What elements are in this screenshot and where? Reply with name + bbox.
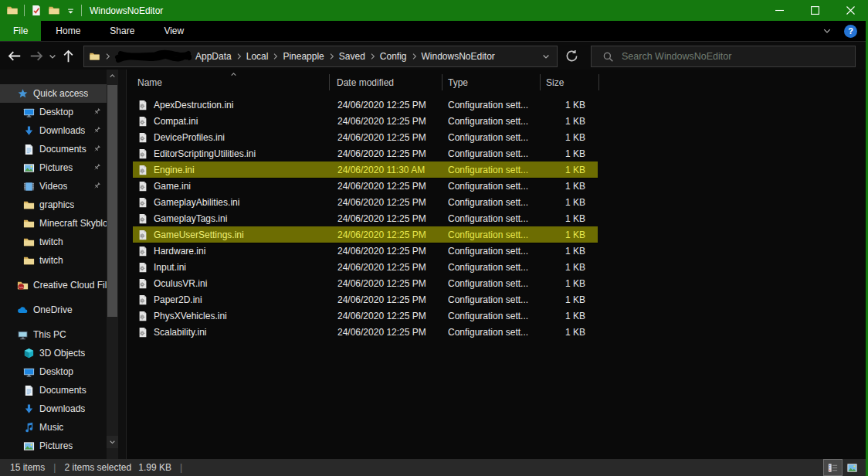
sidebar-item-label: Minecraft Skyblo [39,218,107,229]
quick-access-toolbar [0,0,82,21]
file-row-editorscriptingutilities-ini[interactable]: EditorScriptingUtilities.ini 24/06/2020 … [133,145,598,162]
address-dropdown-chevron-icon[interactable] [537,52,557,61]
sidebar-item-graphics[interactable]: graphics [0,196,107,214]
sidebar-item-desktop[interactable]: Desktop [0,362,107,381]
sidebar-item-pictures[interactable]: Pictures [0,158,107,177]
close-button[interactable] [832,0,868,21]
status-divider: | [180,462,182,473]
sidebar-item-desktop[interactable]: Desktop [0,103,107,121]
scroll-up-icon[interactable] [107,70,118,82]
breadcrumb-item-config[interactable]: Config [378,51,409,62]
file-row-hardware-ini[interactable]: Hardware.ini 24/06/2020 12:25 PM Configu… [133,243,598,259]
forward-button[interactable] [29,49,44,63]
large-icons-view-button[interactable] [843,459,862,476]
sidebar-item-label: Music [39,422,63,433]
tab-share[interactable]: Share [95,21,149,41]
sidebar-item-twitch[interactable]: twitch [0,251,107,270]
file-row-gameplaytags-ini[interactable]: GameplayTags.ini 24/06/2020 12:25 PM Con… [133,210,598,226]
address-bar[interactable]: AppDataLocalPineappleSavedConfigWindowsN… [83,46,558,67]
file-date-modified: 24/06/2020 12:25 PM [330,132,442,143]
tab-view[interactable]: View [149,21,198,41]
scroll-down-icon[interactable] [107,436,118,448]
details-view-button[interactable] [823,459,843,476]
column-header-type[interactable]: Type [442,74,541,90]
column-header-size[interactable]: Size [541,74,599,90]
expand-ribbon-chevron-icon[interactable] [822,26,832,36]
sidebar-item-quick-access[interactable]: Quick access [0,84,107,103]
search-box[interactable] [591,46,856,67]
breadcrumb-item-windowsnoeditor[interactable]: WindowsNoEditor [419,51,497,62]
file-row-engine-ini[interactable]: Engine.ini 24/06/2020 11:30 AM Configura… [133,162,598,178]
breadcrumb-item-saved[interactable]: Saved [337,51,368,62]
sidebar-item-label: Creative Cloud Fil [33,280,107,291]
file-row-deviceprofiles-ini[interactable]: DeviceProfiles.ini 24/06/2020 12:25 PM C… [133,129,598,145]
sidebar-item-music[interactable]: Music [0,418,107,437]
breadcrumb-item-local[interactable]: Local [244,51,271,62]
view-buttons [823,459,868,476]
file-row-compat-ini[interactable]: Compat.ini 24/06/2020 12:25 PM Configura… [133,113,598,129]
ini-file-icon [137,181,148,192]
up-button[interactable] [61,49,76,63]
file-date-modified: 24/06/2020 12:25 PM [330,294,442,305]
sidebar-item-videos[interactable]: Videos [0,177,107,196]
sidebar-item-downloads[interactable]: Downloads [0,400,107,418]
file-row-game-ini[interactable]: Game.ini 24/06/2020 12:25 PM Configurati… [133,178,598,194]
file-row-scalability-ini[interactable]: Scalability.ini 24/06/2020 12:25 PM Conf… [133,324,598,340]
explorer-folder-icon [6,5,19,16]
sidebar-item-3d-objects[interactable]: 3D Objects [0,344,107,362]
documents-icon [23,144,35,155]
file-row-gameusersettings-ini[interactable]: GameUserSettings.ini 24/06/2020 12:25 PM… [133,226,598,243]
file-row-physxvehicles-ini[interactable]: PhysXVehicles.ini 24/06/2020 12:25 PM Co… [133,308,598,324]
file-row-apexdestruction-ini[interactable]: ApexDestruction.ini 24/06/2020 12:25 PM … [133,97,598,113]
file-size: 1 KB [541,100,598,110]
properties-check-icon[interactable] [30,5,42,16]
file-name-cell: GameUserSettings.ini [133,230,330,240]
creative-cloud-icon [17,280,29,291]
sidebar-item-pictures[interactable]: Pictures [0,437,107,455]
recent-locations-chevron-icon[interactable] [48,52,57,61]
sidebar-item-twitch[interactable]: twitch [0,233,107,251]
file-name: EditorScriptingUtilities.ini [154,148,256,159]
file-date-modified: 24/06/2020 12:25 PM [330,327,442,338]
ribbon-right-controls: ? [822,21,868,41]
file-row-oculusvr-ini[interactable]: OculusVR.ini 24/06/2020 12:25 PM Configu… [133,275,598,291]
file-row-input-ini[interactable]: Input.ini 24/06/2020 12:25 PM Configurat… [133,259,598,275]
file-name: Scalability.ini [154,327,206,338]
file-name-cell: EditorScriptingUtilities.ini [133,148,330,159]
search-input[interactable] [620,50,855,63]
ini-file-icon [137,246,148,257]
breadcrumb-item-appdata[interactable]: AppData [193,51,234,62]
new-folder-icon[interactable] [48,5,60,16]
back-button[interactable] [7,49,22,63]
customize-quick-access-icon[interactable] [66,6,76,15]
file-size: 1 KB [541,294,598,305]
sidebar-item-creative-cloud-fil[interactable]: Creative Cloud Fil [0,276,107,294]
status-left: 15 items | 2 items selected 1.99 KB | [0,462,191,473]
file-row-paper2d-ini[interactable]: Paper2D.ini 24/06/2020 12:25 PM Configur… [133,291,598,308]
ini-file-icon [137,294,148,305]
sidebar-item-documents[interactable]: Documents [0,140,107,158]
column-header-date-modified[interactable]: Date modified [330,74,442,90]
sidebar-item-minecraft-skyblo[interactable]: Minecraft Skyblo [0,214,107,233]
minimize-button[interactable] [761,0,797,21]
downloads-icon [23,125,35,137]
file-row-gameplayabilities-ini[interactable]: GameplayAbilities.ini 24/06/2020 12:25 P… [133,194,598,210]
help-button[interactable]: ? [844,25,857,38]
breadcrumb-item-pineapple[interactable]: Pineapple [280,51,326,62]
file-date-modified: 24/06/2020 12:25 PM [330,100,442,110]
sidebar-item-documents[interactable]: Documents [0,381,107,400]
tab-file[interactable]: File [0,21,41,41]
file-type: Configuration sett... [442,278,541,289]
sidebar-scrollbar-thumb[interactable] [107,85,117,317]
maximize-button[interactable] [797,0,832,21]
sidebar-item-onedrive[interactable]: OneDrive [0,301,107,319]
sidebar-item-label: OneDrive [33,304,73,315]
tab-home[interactable]: Home [41,21,95,41]
file-name-cell: DeviceProfiles.ini [133,132,330,143]
sidebar-item-downloads[interactable]: Downloads [0,121,107,140]
refresh-button[interactable] [565,49,579,63]
breadcrumb-separator-icon [270,52,280,61]
sidebar-item-this-pc[interactable]: This PC [0,325,107,344]
sidebar-scrollbar[interactable] [107,70,118,459]
qat-separator [81,5,82,16]
